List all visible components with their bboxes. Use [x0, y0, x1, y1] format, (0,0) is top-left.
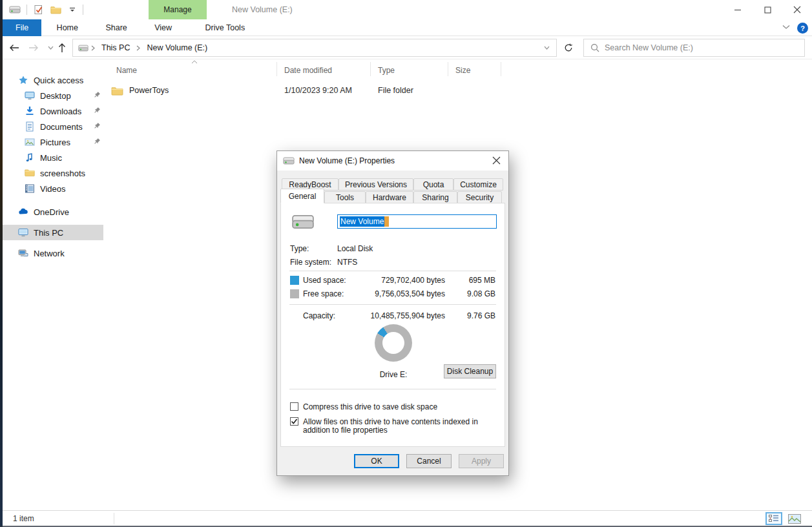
- volume-name-input[interactable]: New Volume: [337, 214, 497, 229]
- sidebar-item-label: Downloads: [40, 107, 81, 116]
- address-bar[interactable]: This PC New Volume (E:): [72, 39, 557, 57]
- dialog-title-bar: New Volume (E:) Properties: [277, 151, 508, 170]
- cancel-button[interactable]: Cancel: [406, 454, 452, 468]
- pin-icon: [92, 122, 101, 130]
- sidebar-item-label: Pictures: [40, 138, 70, 147]
- capacity-label: Capacity:: [303, 311, 335, 320]
- search-icon: [590, 43, 599, 52]
- collapse-ribbon-icon[interactable]: [782, 25, 790, 30]
- column-header-name[interactable]: Name: [116, 66, 137, 75]
- thumbnail-view-icon[interactable]: [786, 512, 803, 525]
- manage-contextual-group: Manage: [149, 0, 207, 19]
- tab-security[interactable]: Security: [457, 191, 502, 203]
- tab-drive-tools[interactable]: Drive Tools: [196, 19, 255, 36]
- filesystem-label: File system:: [290, 258, 331, 267]
- sidebar-item-label: Quick access: [34, 76, 83, 85]
- close-button[interactable]: [782, 0, 812, 19]
- pin-icon: [92, 91, 101, 99]
- sidebar-item-label: Videos: [40, 184, 66, 194]
- free-space-size: 9.08 GB: [450, 289, 495, 298]
- drive-icon: [283, 157, 295, 165]
- donut-hole: [382, 332, 404, 354]
- computer-icon: [18, 227, 28, 238]
- tab-home[interactable]: Home: [45, 19, 90, 36]
- sidebar-item-label: Network: [34, 249, 65, 258]
- sidebar-item-label: Desktop: [40, 91, 71, 101]
- breadcrumb-separator-icon[interactable]: [91, 45, 95, 51]
- dialog-close-icon[interactable]: [492, 156, 501, 165]
- sort-ascending-icon: [191, 60, 198, 64]
- tab-tools[interactable]: Tools: [324, 191, 366, 203]
- tab-view[interactable]: View: [142, 19, 184, 36]
- sidebar-item-screenshots[interactable]: screenshots: [3, 165, 103, 181]
- sidebar-item-music[interactable]: Music: [3, 150, 103, 165]
- search-input[interactable]: Search New Volume (E:): [605, 43, 693, 52]
- drive-icon: [9, 6, 21, 14]
- separator: [289, 304, 496, 305]
- ok-button[interactable]: OK: [354, 454, 399, 468]
- customize-toolbar-icon[interactable]: [68, 6, 76, 14]
- back-icon[interactable]: [5, 39, 23, 57]
- column-header-type[interactable]: Type: [378, 66, 395, 75]
- minimize-button[interactable]: [723, 0, 753, 19]
- compress-checkbox[interactable]: [290, 402, 298, 411]
- column-separator[interactable]: [370, 62, 371, 76]
- filesystem-value: NTFS: [337, 258, 357, 267]
- tab-sharing[interactable]: Sharing: [413, 191, 457, 203]
- sidebar-item-downloads[interactable]: Downloads: [3, 103, 103, 119]
- file-name: PowerToys: [129, 86, 284, 95]
- tab-general[interactable]: General: [280, 189, 324, 203]
- tab-file[interactable]: File: [3, 19, 41, 36]
- disk-cleanup-button[interactable]: Disk Cleanup: [444, 364, 496, 378]
- indexing-checkbox-label[interactable]: Allow files on this drive to have conten…: [303, 418, 498, 435]
- document-icon: [25, 121, 35, 132]
- address-dropdown-icon[interactable]: [544, 46, 550, 50]
- file-row-powertoys[interactable]: PowerToys 1/10/2023 9:20 AM File folder: [111, 83, 602, 98]
- sidebar-item-onedrive[interactable]: OneDrive: [3, 204, 103, 220]
- help-icon[interactable]: ?: [797, 23, 808, 34]
- refresh-icon[interactable]: [559, 39, 578, 57]
- sidebar-item-network[interactable]: Network: [3, 245, 103, 261]
- tab-hardware[interactable]: Hardware: [366, 191, 413, 203]
- sidebar-item-documents[interactable]: Documents: [3, 119, 103, 134]
- column-separator[interactable]: [276, 62, 277, 76]
- breadcrumb-separator-icon[interactable]: [136, 45, 140, 51]
- qat-separator: [83, 5, 83, 15]
- column-header-date-modified[interactable]: Date modified: [284, 66, 332, 75]
- column-separator[interactable]: [501, 62, 501, 76]
- film-icon: [25, 183, 35, 194]
- item-count: 1 item: [13, 514, 34, 523]
- up-icon[interactable]: [53, 39, 71, 57]
- sidebar-item-label: This PC: [34, 228, 63, 238]
- properties-check-icon[interactable]: [34, 5, 43, 15]
- apply-button: Apply: [459, 454, 504, 468]
- column-separator[interactable]: [448, 62, 448, 76]
- breadcrumb-current[interactable]: New Volume (E:): [143, 43, 211, 52]
- sidebar-item-quick-access[interactable]: Quick access: [3, 72, 103, 88]
- breadcrumb-this-pc[interactable]: This PC: [98, 43, 134, 52]
- drive-icon-large: [291, 214, 315, 229]
- pin-icon: [92, 107, 101, 115]
- sidebar-item-videos[interactable]: Videos: [3, 181, 103, 196]
- indexing-checkbox[interactable]: [290, 417, 298, 426]
- forward-icon: [25, 39, 43, 57]
- sidebar: Quick access Desktop Downloads Documents…: [3, 59, 103, 510]
- file-type: File folder: [378, 86, 455, 95]
- details-view-icon[interactable]: [765, 512, 782, 525]
- sidebar-item-label: Music: [40, 153, 62, 163]
- sidebar-item-label: OneDrive: [34, 207, 69, 217]
- used-space-label: Used space:: [303, 276, 346, 285]
- sidebar-item-this-pc[interactable]: This PC: [3, 225, 103, 240]
- sidebar-item-pictures[interactable]: Pictures: [3, 134, 103, 150]
- star-icon: [18, 75, 28, 85]
- compress-checkbox-label[interactable]: Compress this drive to save disk space: [303, 403, 497, 411]
- music-icon: [25, 152, 35, 163]
- new-folder-icon[interactable]: [50, 5, 61, 14]
- network-icon: [18, 248, 28, 258]
- search-box[interactable]: Search New Volume (E:): [583, 39, 805, 57]
- sidebar-item-desktop[interactable]: Desktop: [3, 88, 103, 103]
- tab-share[interactable]: Share: [93, 19, 139, 36]
- column-header-size[interactable]: Size: [455, 66, 470, 75]
- separator: [289, 389, 496, 389]
- maximize-button[interactable]: [753, 0, 782, 19]
